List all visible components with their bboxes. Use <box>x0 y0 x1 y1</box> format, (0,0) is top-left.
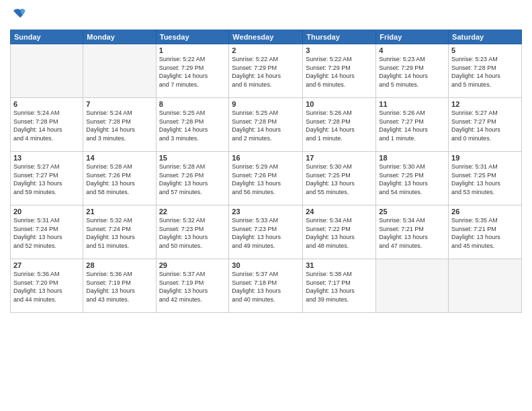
logo <box>10 7 26 24</box>
day-number: 23 <box>232 208 300 216</box>
calendar-cell: 17Sunrise: 5:30 AM Sunset: 7:25 PM Dayli… <box>303 152 376 205</box>
weekday-header-sunday: Sunday <box>11 30 83 44</box>
day-info: Sunrise: 5:25 AM Sunset: 7:28 PM Dayligh… <box>232 109 300 142</box>
calendar-cell <box>11 44 83 98</box>
day-number: 29 <box>159 261 226 269</box>
calendar-cell <box>83 44 156 98</box>
day-info: Sunrise: 5:23 AM Sunset: 7:29 PM Dayligh… <box>379 55 445 89</box>
calendar-cell: 22Sunrise: 5:32 AM Sunset: 7:23 PM Dayli… <box>156 205 229 259</box>
calendar-cell: 14Sunrise: 5:28 AM Sunset: 7:26 PM Dayli… <box>83 152 156 205</box>
calendar-cell: 8Sunrise: 5:25 AM Sunset: 7:28 PM Daylig… <box>156 98 229 152</box>
calendar-cell: 11Sunrise: 5:26 AM Sunset: 7:27 PM Dayli… <box>376 98 449 152</box>
calendar-cell: 29Sunrise: 5:37 AM Sunset: 7:19 PM Dayli… <box>156 259 229 313</box>
day-info: Sunrise: 5:36 AM Sunset: 7:19 PM Dayligh… <box>86 270 152 304</box>
day-info: Sunrise: 5:29 AM Sunset: 7:26 PM Dayligh… <box>232 163 300 196</box>
header <box>10 7 522 24</box>
calendar-cell: 21Sunrise: 5:32 AM Sunset: 7:24 PM Dayli… <box>83 205 156 259</box>
calendar-week-row-2: 6Sunrise: 5:24 AM Sunset: 7:28 PM Daylig… <box>11 98 522 152</box>
day-number: 18 <box>379 154 445 162</box>
day-info: Sunrise: 5:24 AM Sunset: 7:28 PM Dayligh… <box>13 109 80 142</box>
calendar-table: SundayMondayTuesdayWednesdayThursdayFrid… <box>10 30 522 313</box>
day-info: Sunrise: 5:26 AM Sunset: 7:28 PM Dayligh… <box>306 109 373 142</box>
weekday-header-row: SundayMondayTuesdayWednesdayThursdayFrid… <box>11 30 522 44</box>
weekday-header-tuesday: Tuesday <box>156 30 229 44</box>
day-info: Sunrise: 5:28 AM Sunset: 7:26 PM Dayligh… <box>159 163 226 196</box>
calendar-cell: 20Sunrise: 5:31 AM Sunset: 7:24 PM Dayli… <box>11 205 83 259</box>
day-info: Sunrise: 5:38 AM Sunset: 7:17 PM Dayligh… <box>306 270 373 304</box>
calendar-cell: 16Sunrise: 5:29 AM Sunset: 7:26 PM Dayli… <box>229 152 303 205</box>
calendar-cell: 18Sunrise: 5:30 AM Sunset: 7:25 PM Dayli… <box>376 152 449 205</box>
day-number: 14 <box>86 154 152 162</box>
day-info: Sunrise: 5:33 AM Sunset: 7:23 PM Dayligh… <box>232 216 300 250</box>
day-info: Sunrise: 5:26 AM Sunset: 7:27 PM Dayligh… <box>379 109 445 142</box>
calendar-week-row-4: 20Sunrise: 5:31 AM Sunset: 7:24 PM Dayli… <box>11 205 522 259</box>
day-number: 25 <box>379 208 445 216</box>
day-info: Sunrise: 5:30 AM Sunset: 7:25 PM Dayligh… <box>379 163 445 196</box>
day-info: Sunrise: 5:34 AM Sunset: 7:22 PM Dayligh… <box>306 216 373 250</box>
day-number: 5 <box>451 46 519 54</box>
day-number: 27 <box>13 261 80 269</box>
calendar-cell <box>449 259 522 313</box>
day-info: Sunrise: 5:27 AM Sunset: 7:27 PM Dayligh… <box>451 109 519 142</box>
calendar-cell <box>376 259 449 313</box>
calendar-cell: 30Sunrise: 5:37 AM Sunset: 7:18 PM Dayli… <box>229 259 303 313</box>
day-number: 15 <box>159 154 226 162</box>
day-info: Sunrise: 5:22 AM Sunset: 7:29 PM Dayligh… <box>232 55 300 89</box>
day-info: Sunrise: 5:35 AM Sunset: 7:21 PM Dayligh… <box>451 216 519 250</box>
calendar-cell: 7Sunrise: 5:24 AM Sunset: 7:28 PM Daylig… <box>83 98 156 152</box>
day-number: 7 <box>86 100 152 108</box>
day-info: Sunrise: 5:28 AM Sunset: 7:26 PM Dayligh… <box>86 163 152 196</box>
calendar-cell: 9Sunrise: 5:25 AM Sunset: 7:28 PM Daylig… <box>229 98 303 152</box>
day-number: 28 <box>86 261 152 269</box>
day-number: 1 <box>159 46 226 54</box>
day-info: Sunrise: 5:30 AM Sunset: 7:25 PM Dayligh… <box>306 163 373 196</box>
day-info: Sunrise: 5:32 AM Sunset: 7:23 PM Dayligh… <box>159 216 226 250</box>
calendar-cell: 31Sunrise: 5:38 AM Sunset: 7:17 PM Dayli… <box>303 259 376 313</box>
day-number: 3 <box>306 46 373 54</box>
day-number: 30 <box>232 261 300 269</box>
weekday-header-friday: Friday <box>376 30 449 44</box>
calendar-week-row-3: 13Sunrise: 5:27 AM Sunset: 7:27 PM Dayli… <box>11 152 522 205</box>
day-info: Sunrise: 5:36 AM Sunset: 7:20 PM Dayligh… <box>13 270 80 304</box>
calendar-cell: 24Sunrise: 5:34 AM Sunset: 7:22 PM Dayli… <box>303 205 376 259</box>
calendar-cell: 10Sunrise: 5:26 AM Sunset: 7:28 PM Dayli… <box>303 98 376 152</box>
calendar-cell: 1Sunrise: 5:22 AM Sunset: 7:29 PM Daylig… <box>156 44 229 98</box>
day-info: Sunrise: 5:31 AM Sunset: 7:25 PM Dayligh… <box>451 163 519 196</box>
calendar-cell: 25Sunrise: 5:34 AM Sunset: 7:21 PM Dayli… <box>376 205 449 259</box>
day-number: 22 <box>159 208 226 216</box>
logo-icon <box>11 7 26 21</box>
calendar-cell: 13Sunrise: 5:27 AM Sunset: 7:27 PM Dayli… <box>11 152 83 205</box>
day-info: Sunrise: 5:25 AM Sunset: 7:28 PM Dayligh… <box>159 109 226 142</box>
calendar-cell: 6Sunrise: 5:24 AM Sunset: 7:28 PM Daylig… <box>11 98 83 152</box>
day-number: 10 <box>306 100 373 108</box>
day-number: 2 <box>232 46 300 54</box>
calendar-cell: 2Sunrise: 5:22 AM Sunset: 7:29 PM Daylig… <box>229 44 303 98</box>
day-number: 8 <box>159 100 226 108</box>
calendar-cell: 26Sunrise: 5:35 AM Sunset: 7:21 PM Dayli… <box>449 205 522 259</box>
day-number: 31 <box>306 261 373 269</box>
weekday-header-thursday: Thursday <box>303 30 376 44</box>
day-info: Sunrise: 5:27 AM Sunset: 7:27 PM Dayligh… <box>13 163 80 196</box>
calendar-cell: 23Sunrise: 5:33 AM Sunset: 7:23 PM Dayli… <box>229 205 303 259</box>
day-number: 4 <box>379 46 445 54</box>
day-info: Sunrise: 5:22 AM Sunset: 7:29 PM Dayligh… <box>306 55 373 89</box>
calendar-cell: 28Sunrise: 5:36 AM Sunset: 7:19 PM Dayli… <box>83 259 156 313</box>
day-info: Sunrise: 5:31 AM Sunset: 7:24 PM Dayligh… <box>13 216 80 250</box>
day-number: 13 <box>13 154 80 162</box>
day-number: 24 <box>306 208 373 216</box>
day-number: 12 <box>451 100 519 108</box>
day-number: 21 <box>86 208 152 216</box>
weekday-header-monday: Monday <box>83 30 156 44</box>
day-number: 20 <box>13 208 80 216</box>
day-number: 11 <box>379 100 445 108</box>
day-number: 16 <box>232 154 300 162</box>
calendar-week-row-1: 1Sunrise: 5:22 AM Sunset: 7:29 PM Daylig… <box>11 44 522 98</box>
day-info: Sunrise: 5:34 AM Sunset: 7:21 PM Dayligh… <box>379 216 445 250</box>
calendar-cell: 27Sunrise: 5:36 AM Sunset: 7:20 PM Dayli… <box>11 259 83 313</box>
calendar-cell: 4Sunrise: 5:23 AM Sunset: 7:29 PM Daylig… <box>376 44 449 98</box>
weekday-header-wednesday: Wednesday <box>229 30 303 44</box>
day-number: 19 <box>451 154 519 162</box>
day-info: Sunrise: 5:32 AM Sunset: 7:24 PM Dayligh… <box>86 216 152 250</box>
day-info: Sunrise: 5:37 AM Sunset: 7:19 PM Dayligh… <box>159 270 226 304</box>
calendar-cell: 15Sunrise: 5:28 AM Sunset: 7:26 PM Dayli… <box>156 152 229 205</box>
